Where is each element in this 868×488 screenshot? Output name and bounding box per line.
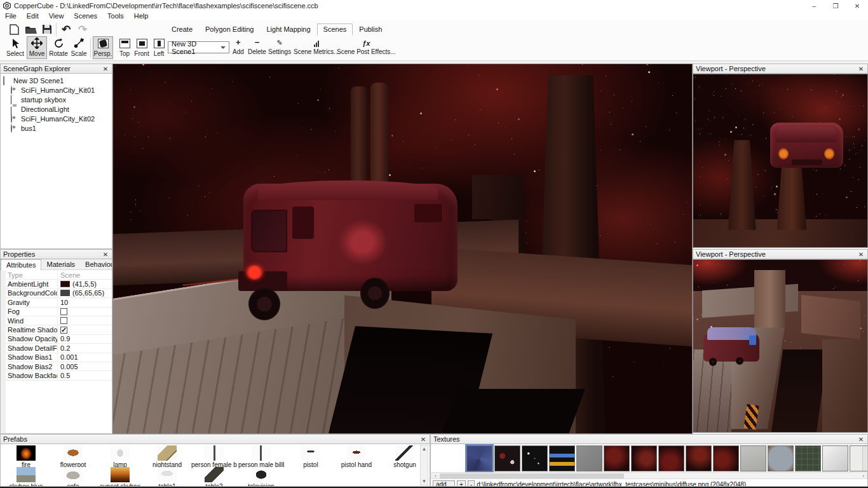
prefab-skybox-blue[interactable]: skybox blue (3, 467, 49, 487)
prefabs-scrollbar[interactable]: ▲ ▼ (420, 445, 428, 485)
realtime-shadows-checkbox[interactable] (60, 327, 67, 334)
texture-thumb[interactable] (740, 445, 766, 471)
close-button[interactable]: ✕ (846, 0, 868, 11)
scale-tool-button[interactable]: Scale (69, 36, 89, 59)
property-row-gravity[interactable]: Gravity 10 (6, 298, 112, 307)
prefab-nightstand[interactable]: nightstand (144, 445, 190, 468)
color-swatch[interactable] (60, 281, 70, 287)
van-mesh-small[interactable] (703, 323, 759, 367)
restore-button[interactable]: ❐ (825, 0, 846, 11)
tab-polygon-editing[interactable]: Polygon Editing (199, 24, 260, 36)
texture-thumb[interactable] (522, 445, 548, 471)
texture-thumb-minibus-diffuse[interactable] (466, 445, 492, 471)
move-tool-button[interactable]: Move (27, 36, 47, 59)
persp-view-button[interactable]: Persp. (93, 36, 113, 59)
viewport-top-canvas[interactable] (693, 74, 868, 248)
texture-thumb[interactable] (576, 445, 602, 471)
property-row-shadow-detailfactor[interactable]: Shadow DetailFacto 0.2 (6, 344, 112, 353)
prefab-television[interactable]: television (238, 467, 284, 487)
property-row-shadow-opacity[interactable]: Shadow Opacity 0.9 (6, 335, 112, 344)
prefab-fire[interactable]: fire (3, 445, 49, 468)
texture-thumb[interactable] (850, 445, 868, 471)
scroll-down-icon[interactable]: ▼ (421, 478, 428, 485)
property-row-shadow-backfacebias[interactable]: Shadow BackfaceB 0.5 (6, 371, 112, 380)
close-icon[interactable]: ✕ (102, 65, 109, 72)
texture-thumb[interactable] (494, 445, 520, 471)
property-row-wind[interactable]: Wind (6, 316, 112, 325)
texture-thumb[interactable] (795, 445, 821, 471)
van-mesh[interactable] (229, 168, 472, 330)
tab-light-mapping[interactable]: Light Mapping (260, 24, 316, 36)
prefab-table2[interactable]: table2 (191, 467, 237, 487)
tab-scenes[interactable]: Scenes (317, 24, 353, 36)
scroll-right-icon[interactable]: › (860, 473, 867, 479)
tree-item-scifi-kit01[interactable]: SciFi_HumanCity_Kit01 (11, 86, 112, 94)
texture-add-button[interactable]: add... (433, 480, 455, 487)
menu-edit[interactable]: Edit (22, 11, 44, 20)
scrollbar-thumb[interactable] (440, 473, 624, 478)
prefab-pistol-hand[interactable]: pistol hand (334, 445, 379, 468)
scroll-left-icon[interactable]: ‹ (432, 473, 439, 479)
menu-scenes[interactable]: Scenes (69, 11, 102, 20)
tree-item-startup-skybox[interactable]: startup skybox (11, 95, 112, 104)
texture-thumb[interactable] (822, 445, 848, 471)
select-tool-button[interactable]: Select (5, 36, 25, 59)
prefab-person-male-billboard[interactable]: person male billboard (238, 445, 284, 468)
tab-create[interactable]: Create (165, 24, 199, 36)
texture-thumb[interactable] (768, 445, 794, 471)
scroll-up-icon[interactable]: ▲ (421, 445, 428, 452)
close-icon[interactable]: ✕ (857, 65, 865, 72)
scene-settings-button[interactable]: ✎ Settings (268, 37, 291, 58)
minimize-button[interactable]: – (803, 0, 825, 11)
texture-thumb[interactable] (713, 445, 739, 471)
redo-button[interactable]: ↷ (76, 23, 89, 36)
property-row-ambientlight[interactable]: AmbientLight (41,5,5) (6, 280, 112, 288)
textures-hscrollbar[interactable]: ‹ › (431, 472, 867, 479)
close-icon[interactable]: ✕ (419, 436, 427, 443)
scenegraph-tree[interactable]: New 3D Scene1 SciFi_HumanCity_Kit01 star… (0, 74, 112, 249)
tab-materials[interactable]: Materials (41, 259, 80, 270)
undo-button[interactable]: ↶ (60, 23, 72, 36)
flying-bus-mesh[interactable] (770, 123, 843, 168)
texture-thumb[interactable] (604, 445, 630, 471)
prefab-person-female-billboard[interactable]: person female billbo (191, 445, 237, 468)
menu-tools[interactable]: Tools (102, 11, 129, 20)
prefab-sunset-skybox[interactable]: sunset skybox (97, 467, 143, 487)
fog-checkbox[interactable] (60, 308, 67, 315)
tab-publish[interactable]: Publish (353, 24, 388, 36)
delete-scene-button[interactable]: − Delete (248, 37, 266, 58)
property-row-shadow-bias1[interactable]: Shadow Bias1 0.001 (6, 353, 112, 362)
wind-checkbox[interactable] (60, 317, 67, 324)
close-icon[interactable]: ✕ (857, 251, 865, 258)
texture-thumb[interactable] (631, 445, 657, 471)
add-scene-button[interactable]: + Add (233, 37, 244, 58)
prefab-sofa[interactable]: sofa (50, 467, 96, 487)
texture-thumb[interactable] (686, 445, 712, 471)
menu-file[interactable]: File (0, 11, 22, 20)
left-view-button[interactable]: Left (149, 36, 169, 59)
scene-select-dropdown[interactable]: New 3D Scene1 (168, 41, 229, 53)
new-file-button[interactable] (8, 23, 20, 36)
scene-metrics-button[interactable]: Scene Metrics... (294, 37, 339, 58)
main-viewport-canvas[interactable] (112, 64, 693, 434)
close-icon[interactable]: ✕ (857, 436, 865, 443)
tree-item-scene-root[interactable]: New 3D Scene1 (3, 76, 112, 85)
close-icon[interactable]: ✕ (102, 251, 109, 258)
texture-thumb[interactable] (658, 445, 684, 471)
property-row-backgroundcolor[interactable]: BackgroundColor (65,65,65) (6, 289, 112, 298)
tab-behaviour[interactable]: Behaviour (80, 259, 112, 270)
tree-item-bus1[interactable]: bus1 (11, 124, 112, 132)
prefab-table1[interactable]: table1 (144, 467, 190, 487)
rotate-tool-button[interactable]: Rotate (48, 36, 69, 59)
texture-thumb[interactable] (549, 445, 575, 471)
scene-post-effects-button[interactable]: ƒx Scene Post Effects... (337, 37, 396, 58)
property-row-realtime-shadows[interactable]: Realtime Shadows (6, 325, 112, 334)
property-row-fog[interactable]: Fog (6, 308, 112, 316)
texture-plus-button[interactable]: + (457, 480, 466, 487)
tree-item-directionallight[interactable]: DirectionalLight (11, 105, 112, 113)
menu-help[interactable]: Help (129, 11, 154, 20)
open-file-button[interactable] (24, 23, 37, 36)
prefab-pistol[interactable]: pistol (288, 445, 334, 468)
prefab-lamp[interactable]: lamp (97, 445, 143, 468)
menu-view[interactable]: View (44, 11, 69, 20)
